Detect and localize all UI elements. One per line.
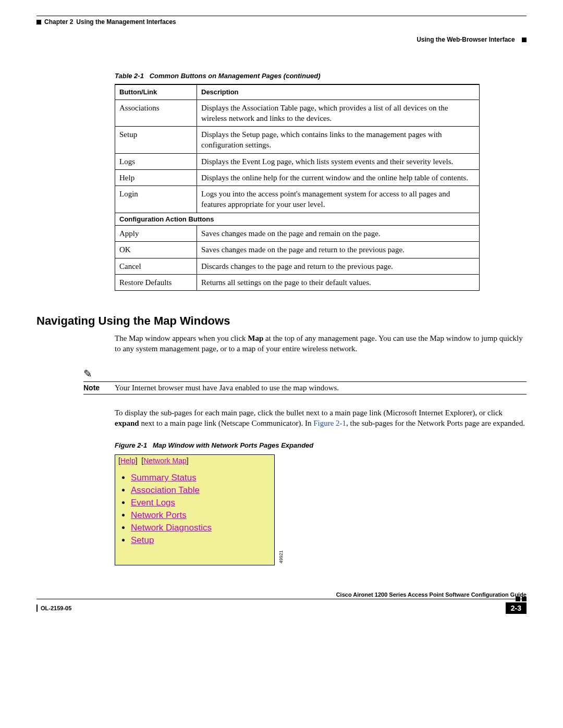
figure-id: 49921	[278, 550, 284, 563]
buttons-table: Button/Link Description AssociationsDisp…	[115, 84, 480, 291]
table-row: LogsDisplays the Event Log page, which l…	[115, 153, 480, 169]
page-number: 2-3	[506, 602, 527, 614]
note-block: ✎ Note Your Internet browser must have J…	[83, 367, 527, 394]
section-heading: Navigating Using the Map Windows	[36, 314, 527, 328]
map-help-link[interactable]: Help	[120, 456, 136, 465]
col-header-description: Description	[197, 84, 480, 100]
table-section-header: Configuration Action Buttons	[115, 213, 480, 226]
header-section: Using the Web-Browser Interface	[417, 36, 515, 43]
decor-square	[516, 597, 520, 601]
decor-square	[36, 20, 41, 24]
table-row: Restore DefaultsReturns all settings on …	[115, 274, 480, 290]
page-header: Chapter 2 Using the Management Interface…	[36, 16, 527, 26]
figure-xref[interactable]: Figure 2-1	[313, 419, 346, 427]
page-footer: Cisco Aironet 1200 Series Access Point S…	[36, 591, 527, 614]
map-list-item[interactable]: Summary Status	[131, 472, 269, 484]
note-pencil-icon: ✎	[83, 367, 92, 380]
table-row: SetupDisplays the Setup page, which cont…	[115, 127, 480, 154]
map-list-item[interactable]: Setup	[131, 534, 269, 547]
chapter-title: Using the Management Interfaces	[76, 18, 176, 26]
note-label: Note	[83, 384, 115, 392]
body-paragraph: To display the sub-pages for each main p…	[115, 408, 527, 429]
table-caption: Table 2-1 Common Buttons on Management P…	[115, 72, 527, 80]
footer-doc-id: OL-2159-05	[41, 605, 71, 611]
decor-square	[522, 597, 527, 601]
table-row: CancelDiscards changes to the page and r…	[115, 258, 480, 274]
footer-guide-title: Cisco Aironet 1200 Series Access Point S…	[36, 591, 527, 599]
note-text: Your Internet browser must have Java ena…	[115, 384, 339, 392]
table-row: ApplySaves changes made on the page and …	[115, 226, 480, 242]
table-row: LoginLogs you into the access point's ma…	[115, 186, 480, 213]
map-networkmap-link[interactable]: Network Map	[143, 456, 186, 465]
table-row: AssociationsDisplays the Association Tab…	[115, 100, 480, 127]
body-paragraph: The Map window appears when you click Ma…	[115, 333, 527, 354]
decor-bar	[36, 604, 38, 612]
col-header-button: Button/Link	[115, 84, 197, 100]
chapter-label: Chapter 2	[44, 18, 73, 26]
map-list-item[interactable]: Network Diagnostics	[131, 522, 269, 534]
map-list-item[interactable]: Network Ports	[131, 509, 269, 522]
figure-caption: Figure 2-1 Map Window with Network Ports…	[115, 441, 527, 449]
map-list-item[interactable]: Association Table	[131, 484, 269, 497]
map-window-screenshot: [Help] [Network Map] Summary Status Asso…	[115, 454, 275, 565]
table-row: HelpDisplays the online help for the cur…	[115, 169, 480, 186]
map-list-item[interactable]: Event Logs	[131, 497, 269, 509]
decor-square	[522, 38, 527, 42]
table-row: OKSaves changes made on the page and ret…	[115, 242, 480, 258]
